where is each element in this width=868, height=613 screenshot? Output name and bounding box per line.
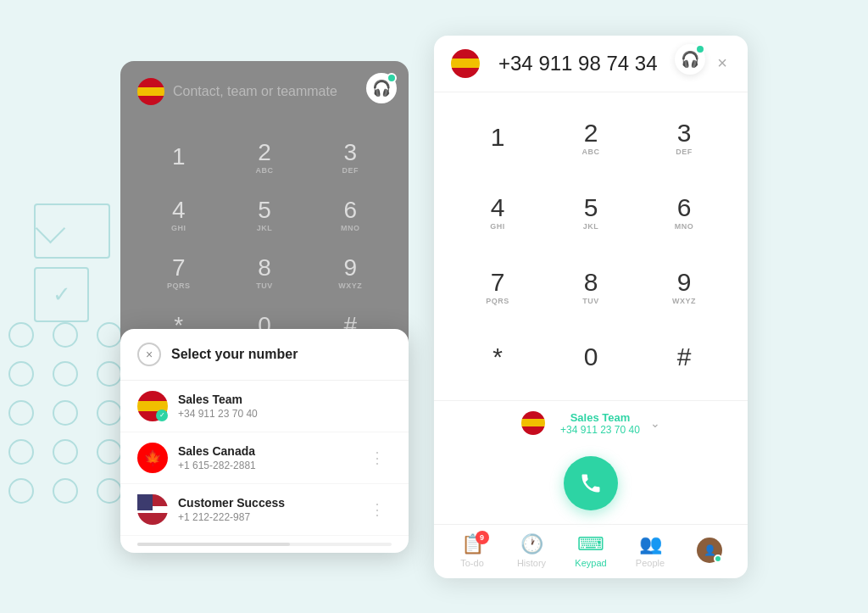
bottom-nav: 📋 9 To-do 🕐 History ⌨ Keypad 👥 People <box>434 524 748 578</box>
right-header-wrapper: +34 911 98 74 34 × 🎧 <box>434 36 748 92</box>
number-item-sales-team[interactable]: Sales Team +34 911 23 70 40 <box>120 381 409 432</box>
number-phone-sales-team: +34 911 23 70 40 <box>178 408 392 420</box>
dial-key-8[interactable]: 8TUV <box>223 246 305 300</box>
number-item-customer-success[interactable]: Customer Success +1 212-222-987 ⋮ <box>120 484 409 536</box>
nav-badge-todo: 📋 9 <box>461 533 484 555</box>
call-button[interactable] <box>564 456 618 510</box>
modal-close-button[interactable]: × <box>137 343 161 366</box>
number-name-sales-canada: Sales Canada <box>178 444 363 458</box>
main-container: 🎧 Contact, team or teammate 1 2ABC 3DEF … <box>0 0 868 613</box>
caller-id-selector[interactable]: Sales Team +34 911 23 70 40 ⌄ <box>434 400 748 446</box>
flag-ca-sales: 🍁 <box>137 443 168 473</box>
dial-key-7[interactable]: 7PQRS <box>137 246 220 300</box>
number-name-sales-team: Sales Team <box>178 393 392 406</box>
dial-key-4[interactable]: 4GHI <box>137 188 220 242</box>
flag-us-customer <box>137 494 168 525</box>
right-dial-key-1[interactable]: 1 <box>451 101 544 176</box>
number-phone-customer-success: +1 212-222-987 <box>178 511 363 523</box>
left-dialpad: 1 2ABC 3DEF 4GHI 5JKL 6MNO 7PQRS 8TUV 9W… <box>137 131 392 349</box>
dial-key-1[interactable]: 1 <box>137 131 220 185</box>
scroll-indicator <box>137 543 392 546</box>
right-dial-key-3[interactable]: 3DEF <box>637 101 731 176</box>
dial-key-6[interactable]: 6MNO <box>309 188 392 242</box>
dial-key-2[interactable]: 2ABC <box>223 131 305 185</box>
scroll-thumb <box>137 543 290 546</box>
number-phone-sales-canada: +1 615-282-2881 <box>178 460 363 471</box>
more-options-customer-success[interactable]: ⋮ <box>363 497 392 522</box>
right-dial-key-hash[interactable]: # <box>637 325 731 391</box>
more-options-sales-canada[interactable]: ⋮ <box>363 445 392 471</box>
dial-key-5[interactable]: 5JKL <box>223 188 305 242</box>
right-dial-key-6[interactable]: 6MNO <box>637 176 731 250</box>
avatar-wrapper: 👤 <box>697 538 722 563</box>
right-dial-key-star[interactable]: * <box>451 325 544 391</box>
chevron-down-icon[interactable]: ⌄ <box>650 416 660 430</box>
left-dialer-header: Contact, team or teammate <box>137 78 392 105</box>
number-item-sales-canada[interactable]: 🍁 Sales Canada +1 615-282-2881 ⋮ <box>120 432 409 484</box>
modal-header: × Select your number <box>120 329 409 381</box>
nav-item-avatar[interactable]: 👤 <box>688 538 731 563</box>
number-info-sales-team: Sales Team +34 911 23 70 40 <box>178 393 392 420</box>
right-dial-key-5[interactable]: 5JKL <box>544 176 637 250</box>
phone-icon <box>579 471 603 495</box>
select-number-modal: × Select your number Sales Team +34 911 … <box>120 329 409 553</box>
nav-item-people[interactable]: 👥 People <box>629 533 671 568</box>
left-panel: 🎧 Contact, team or teammate 1 2ABC 3DEF … <box>120 61 409 553</box>
nav-item-history[interactable]: 🕐 History <box>510 533 553 568</box>
selected-check <box>156 410 168 421</box>
contact-search-placeholder: Contact, team or teammate <box>173 84 337 99</box>
call-button-area <box>434 446 748 524</box>
right-dial-key-8[interactable]: 8TUV <box>544 250 637 325</box>
flag-spain-right <box>451 49 480 78</box>
right-dialpad: 1 2ABC 3DEF 4GHI 5JKL 6MNO 7PQRS 8TUV 9W… <box>434 92 748 400</box>
headset-badge-right[interactable]: 🎧 <box>675 44 705 75</box>
right-dialer: +34 911 98 74 34 × 🎧 1 2ABC 3DEF 4GHI 5J… <box>434 36 748 578</box>
right-close-button[interactable]: × <box>714 50 731 76</box>
avatar-initials: 👤 <box>704 544 716 556</box>
history-icon: 🕐 <box>520 533 543 555</box>
dial-key-9[interactable]: 9WXYZ <box>309 246 392 300</box>
status-dot-right <box>695 44 705 54</box>
number-info-customer-success: Customer Success +1 212-222-987 <box>178 496 363 523</box>
nav-label-history: History <box>517 558 546 568</box>
avatar-status-dot <box>714 554 722 563</box>
flag-spain-left <box>137 78 164 105</box>
nav-label-keypad: Keypad <box>575 558 606 568</box>
close-icon: × <box>146 348 153 361</box>
right-dial-key-4[interactable]: 4GHI <box>451 176 544 250</box>
people-icon: 👥 <box>639 533 662 555</box>
keypad-icon: ⌨ <box>577 533 604 555</box>
right-dial-key-0[interactable]: 0 <box>544 325 637 391</box>
nav-label-people: People <box>636 558 665 568</box>
right-dial-key-7[interactable]: 7PQRS <box>451 250 544 325</box>
number-name-customer-success: Customer Success <box>178 496 363 510</box>
nav-item-keypad[interactable]: ⌨ Keypad <box>570 533 612 568</box>
right-dial-key-9[interactable]: 9WXYZ <box>637 250 731 325</box>
dial-key-3[interactable]: 3DEF <box>309 131 392 185</box>
caller-name: Sales Team <box>570 411 631 424</box>
number-info-sales-canada: Sales Canada +1 615-282-2881 <box>178 444 363 471</box>
modal-title: Select your number <box>171 347 298 362</box>
right-dial-key-2[interactable]: 2ABC <box>544 101 637 176</box>
caller-flag <box>521 411 545 435</box>
caller-number: +34 911 23 70 40 <box>560 424 640 436</box>
caller-info: Sales Team +34 911 23 70 40 <box>560 411 640 436</box>
todo-badge: 9 <box>476 531 489 544</box>
nav-item-todo[interactable]: 📋 9 To-do <box>451 533 493 568</box>
nav-label-todo: To-do <box>460 558 484 568</box>
